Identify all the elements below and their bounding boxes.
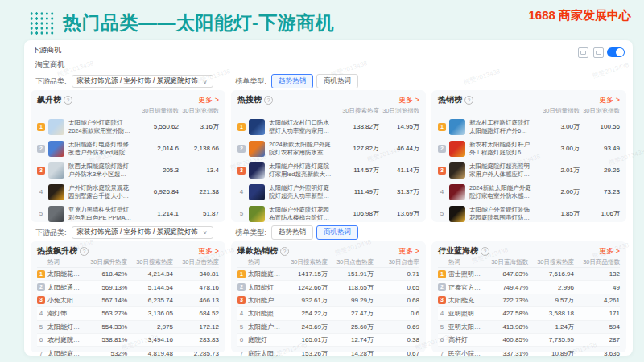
type-option-1[interactable]: 趋势热销	[271, 225, 313, 240]
product-title: 2024新款太阳能户外庭院灯农村家用防水室内LED照明人体感应路灯	[269, 141, 332, 156]
table-row[interactable]: 3太阳能庭院灯超亮照明家用户外人体感应灯防水头灯锂电自动充电器2.01万29.2…	[438, 159, 620, 181]
table-row[interactable]: 2新农村太阳能路灯杆户外工程路灯庭院灯6米大小楼杆海螺高杆定制3.00万93.4…	[438, 138, 620, 159]
keyword-row[interactable]: 3太阳能户外灯932.61万99.29万0.68	[237, 294, 419, 307]
more-link[interactable]: 更多 >	[198, 246, 219, 257]
keyword-row[interactable]: 2太阳能灯1242.66万118.65万0.65	[237, 281, 419, 294]
keyword-row[interactable]: 4太阳能照明灯254.22万27.47万0.6	[237, 307, 419, 320]
table-row[interactable]: 22024新款太阳能户外庭院灯农村家用防水室内LED照明人体感应路灯127.82…	[237, 138, 419, 159]
category-select-value: 家装灯饰光源 / 室外灯饰 / 景观庭院灯饰	[77, 76, 198, 86]
keyword-row[interactable]: 7太阳能庭院灯营地灯532%4,819.482,285.73	[37, 347, 219, 360]
metric-value-3: 172.12	[173, 323, 219, 331]
metric-value-1: 1242.66万	[282, 283, 328, 292]
info-icon[interactable]: ?	[80, 247, 89, 256]
table-row[interactable]: 5太阳能户外庭院灯花园布置防水楼梯台阶灯围墙壁灯栏杆装饰灯照明106.98万13…	[237, 203, 419, 224]
info-icon[interactable]: ?	[481, 247, 489, 256]
table-row[interactable]: 4户外灯防水庭院景观花园别墅露台手提大小南瓜灯氛围太阳能草坪灯6,926.842…	[37, 181, 219, 203]
metric-value-2: 3.16万	[179, 122, 219, 131]
keyword-panels-zone: 热搜飙升榜?更多 >热词30日飙升热度30日搜索热度30日点击热度1太阳能花园小…	[31, 241, 626, 352]
info-icon[interactable]: ?	[280, 247, 289, 256]
type-option-2[interactable]: 商机热词	[316, 225, 358, 240]
keyword-row[interactable]: 7庭院太阳能灯153.26万14.28万0.67	[237, 347, 419, 360]
keyword-panel-3: 行业蓝海榜?更多 >热词30日蓝海指数30日搜索热度30日商品指数1雷士照明官方…	[431, 241, 626, 352]
export-image-icon[interactable]	[593, 47, 604, 58]
metric-value-1: 722.73%	[482, 297, 528, 304]
keyword-text: 亚明太阳能户外灯	[448, 323, 482, 331]
column-headers: 热词30日飙升热度30日搜索热度30日点击热度	[37, 257, 219, 268]
rank-badge: 2	[37, 283, 45, 291]
keyword-row[interactable]: 2太阳能通用灯头569.13%5,144.54478.16	[37, 281, 219, 294]
category-select-value: 家装灯饰光源 / 室外灯饰 / 景观庭院灯饰	[77, 228, 198, 237]
info-icon[interactable]: ?	[464, 96, 473, 105]
keyword-row[interactable]: 3小兔太阳能灯装饰567.14%6,235.74466.13	[37, 294, 219, 307]
type-option-2[interactable]: 商机热词	[316, 74, 358, 88]
product-thumbnail	[249, 119, 265, 135]
table-row[interactable]: 3陕西太阳能庭院灯路灯户外防水3米小区超亮LED灯杆别墅高杆景观灯205.313…	[37, 159, 219, 181]
more-link[interactable]: 更多 >	[599, 246, 620, 257]
more-link[interactable]: 更多 >	[398, 246, 419, 257]
keyword-row[interactable]: 1太阳能花园小夜灯618.42%4,214.34340.81	[37, 268, 219, 281]
keyword-text: 太阳能通用灯头	[47, 283, 81, 292]
product-thumbnail	[449, 162, 465, 179]
rank-badge: 2	[438, 145, 446, 153]
keyword-row[interactable]: 6农村庭院照明灯538.81%3,494.16283.83	[37, 334, 219, 347]
keyword-text: 太阳能户外灯	[248, 296, 282, 305]
rank-badge: 3	[438, 167, 446, 175]
more-link[interactable]: 更多 >	[599, 95, 620, 105]
table-row[interactable]: 42024新款太阳能户外庭院灯家电室外防水感应新型农村照明led路灯2.00万7…	[438, 181, 620, 203]
table-row[interactable]: 5亚克力黑墙柱头灯壁灯彩色乳白色PE PPMA PS红黄色塑料不碎灯罩1,214…	[37, 203, 219, 224]
rank-badge: 5	[438, 323, 446, 331]
table-row[interactable]: 4太阳能灯户外照明灯庭院灯超亮大功率新型防水室内外家用LED路灯111.49万3…	[237, 181, 419, 203]
type-filter-label: 榜单类型:	[236, 228, 267, 238]
keyword-row[interactable]: 7民宿小院装饰337.31%10.89万3,636	[438, 347, 620, 360]
product-thumbnail	[48, 184, 64, 200]
type-filter-options-bottom: 趋势热销商机热词	[271, 225, 358, 240]
table-row[interactable]: 1新农村工程路灯庭院灯太阳能路灯杆户外6米大小楼杆海螺高杆定制3.00万100.…	[438, 116, 620, 138]
category-select[interactable]: 家装灯饰光源 / 室外灯饰 / 景观庭院灯饰 ∨	[72, 226, 213, 239]
screenshot-icon[interactable]	[578, 47, 588, 58]
keyword-row[interactable]: 4潮灯饰563.27%3,136.05684.52	[37, 307, 219, 320]
product-thumbnail	[48, 206, 64, 222]
category-select[interactable]: 家装灯饰光源 / 室外灯饰 / 景观庭院灯饰 ∨	[72, 75, 213, 88]
table-row[interactable]: 2太阳能路灯电路灯维修改造户外防水led庭院灯挑臂灯杆超亮新农村2,014.62…	[37, 138, 219, 159]
rank-badge: 3	[438, 296, 446, 304]
keyword-row[interactable]: 1雷士照明官方旗舰店…847.83%7,616.94132	[438, 268, 620, 281]
view-toggle-switch[interactable]	[607, 47, 625, 57]
keyword-row[interactable]: 1太阳能庭院灯1417.15万151.91万0.71	[237, 268, 419, 281]
table-row[interactable]: 5太阳能户外景观灯装饰花园庭院氛围串灯防水插地灯晚上自动亮1.85万1.06万	[438, 203, 620, 224]
keyword-text: 太阳能花园小夜灯	[47, 269, 81, 278]
more-link[interactable]: 更多 >	[198, 95, 219, 105]
metric-value-2: 3,494.16	[127, 336, 173, 343]
metric-value-3: 684.52	[173, 310, 219, 317]
more-link[interactable]: 更多 >	[398, 95, 419, 105]
keyword-row[interactable]: 6庭院灯165.01万12.74万0.38	[237, 334, 419, 347]
product-title: 太阳能灯农村门口防水壁灯大功率室内家用超亮庭院灯感应户外灯	[269, 119, 332, 134]
product-thumbnail	[449, 141, 465, 157]
keyword-row[interactable]: 5太阳能灯吸顶灯554.33%2,975172.12	[37, 321, 219, 334]
metric-value-2: 27.47万	[328, 309, 374, 318]
rank-badge: 5	[37, 323, 45, 331]
table-row[interactable]: 1太阳能户外灯庭院灯2024新款家用室外防水超亮大功率LED感应路灯5,550.…	[37, 116, 219, 138]
metric-value-1: 3.00万	[533, 144, 580, 153]
metric-value-1: 1.85万	[533, 209, 580, 218]
type-option-1[interactable]: 趋势热销	[271, 74, 313, 88]
product-title: 太阳能庭院灯超亮照明家用户外人体感应灯防水头灯锂电自动充电器	[469, 162, 533, 178]
keyword-row[interactable]: 3太阳能充电照明灯722.73%9.57万4,261	[438, 294, 620, 307]
metric-value-2: 13.4	[179, 167, 219, 174]
column-header: 热词	[37, 258, 81, 266]
keyword-row[interactable]: 5亚明太阳能户外灯413.98%1.24万594	[438, 321, 620, 334]
metric-value-1: 114.57万	[332, 166, 379, 175]
keyword-text: 农村庭院照明灯	[47, 335, 81, 344]
keyword-row[interactable]: 6高杆灯400.85%7,735.95287	[438, 334, 620, 347]
keyword-row[interactable]: 2正泰官方旗舰店749.47%2,99649	[438, 281, 620, 294]
type-filter-options-top: 趋势热销商机热词	[271, 74, 358, 88]
table-row[interactable]: 3太阳能户外灯路灯庭院灯家用led超亮新款大功率防水带灯杆照明灯114.57万4…	[237, 159, 419, 181]
keyword-row[interactable]: 5太阳能户外灯家用庭…243.69万25.60万0.69	[237, 321, 419, 334]
info-icon[interactable]: ?	[64, 96, 72, 105]
metric-value-1: 932.61万	[282, 296, 328, 305]
product-thumbnail	[449, 206, 465, 222]
metric-value-1: 532%	[81, 350, 127, 357]
table-row[interactable]: 1太阳能灯农村门口防水壁灯大功率室内家用超亮庭院灯感应户外灯138.82万14.…	[237, 116, 419, 138]
keyword-row[interactable]: 4亚明照明旗舰店427.58%3,588.18171	[438, 307, 620, 320]
info-icon[interactable]: ?	[264, 96, 273, 105]
product-thumbnail	[249, 162, 265, 179]
